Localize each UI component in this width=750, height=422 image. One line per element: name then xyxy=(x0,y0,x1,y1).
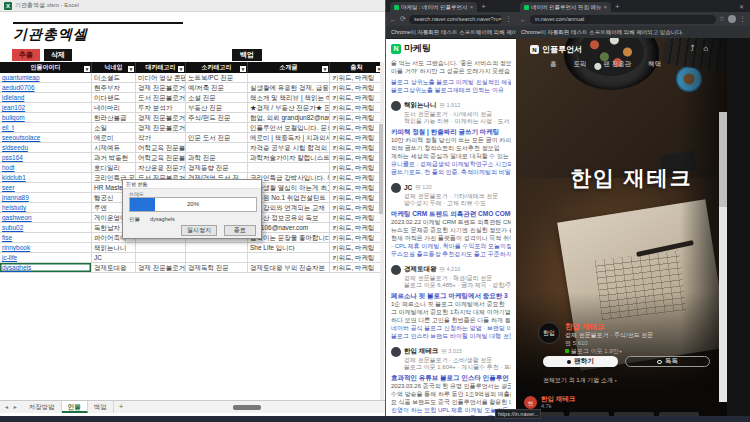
cell-source[interactable]: 키워드, 마케팅 xyxy=(330,233,384,243)
result-profile-row[interactable]: JC 팬 120 xyxy=(391,182,511,193)
intro-link[interactable]: 블로그상위노출 블로그재테크 안되는 이유 xyxy=(391,86,511,94)
result-sub-link[interactable]: 블로그 인스타 브랜드 바이럴 마케팅 대행 전문 xyxy=(391,332,511,340)
tab-close-icon[interactable]: × xyxy=(470,4,474,10)
cell-source[interactable]: 키워드, 마케팅 xyxy=(330,113,384,123)
cell-nickname[interactable]: 이다랜드 xyxy=(92,93,136,103)
cell-person-id[interactable]: subu02 xyxy=(0,223,92,233)
naver-logo-icon[interactable]: N xyxy=(391,44,401,54)
pause-button[interactable]: 일시정지 xyxy=(181,225,217,236)
filter-dropdown-icon[interactable]: ▾ xyxy=(84,66,90,72)
cell-category-major[interactable]: 작가 xyxy=(136,133,186,143)
result-headline-link[interactable]: 효과적인 유튜브 블로그 인스타 인플루언 xyxy=(391,373,511,382)
address-bar[interactable]: search.naver.com/search.naver?ru=... xyxy=(409,15,502,24)
result-sub-link[interactable]: 진영이 하는 보험 UPL 제휴 마케팅 오늘지들 하 xyxy=(391,406,511,414)
cell-intro[interactable]: She Life 입니다 xyxy=(248,243,330,253)
filter-dropdown-icon[interactable]: ▾ xyxy=(128,66,134,72)
cell-intro[interactable] xyxy=(248,253,330,263)
cell-category-major[interactable]: 미디어 영상 콘텐츠 xyxy=(136,73,186,83)
cell-intro[interactable]: 실생활에 유용한 경제, 금융지식을 쉽 xyxy=(248,83,330,93)
excel-titlebar[interactable]: X 기관총엑셀.xlsm - Excel xyxy=(0,0,385,12)
cell-category-major[interactable]: 경제 전문블로거 xyxy=(136,263,186,273)
cell-nickname[interactable]: 시제예듀 xyxy=(92,143,136,153)
cell-category-major[interactable]: 어학교육 전문블로 xyxy=(136,153,186,163)
fan-button[interactable]: 팬하기 xyxy=(543,356,618,367)
cell-source[interactable]: 키워드, 마케팅 xyxy=(330,173,384,183)
profile-name[interactable]: 한입 재테크 xyxy=(404,347,438,356)
cell-person-id[interactable]: bullgom xyxy=(0,113,92,123)
menu-icon[interactable]: ⋮ xyxy=(505,15,512,23)
backup-button[interactable]: 백업 xyxy=(232,49,262,61)
cell-category-major[interactable] xyxy=(136,253,186,263)
cell-category-minor[interactable]: 예/저축 전문 xyxy=(186,83,248,93)
cell-intro[interactable] xyxy=(248,73,330,83)
cell-nickname[interactable]: 호디일리 xyxy=(92,163,136,173)
cell-category-major[interactable]: 경제 전문블로거 xyxy=(136,83,186,93)
cell-intro[interactable]: 인플루언서 보컬입니다. 문의 #S_n@ xyxy=(248,123,330,133)
cell-source[interactable]: 키워드, 마케팅 xyxy=(330,123,384,133)
cell-category-minor[interactable]: 부동산 전문 xyxy=(186,103,248,113)
column-header[interactable]: 소개글 ▾ xyxy=(248,62,330,73)
cell-source[interactable]: 키워드, 마케팅 xyxy=(330,133,384,143)
cell-person-id[interactable]: helstudy xyxy=(0,203,92,213)
cell-person-id[interactable]: jean102 xyxy=(0,103,92,113)
column-header[interactable]: 출처 ▾ xyxy=(330,62,384,73)
bookmark-star-icon[interactable]: ☆ xyxy=(719,15,725,23)
cell-source[interactable]: 키워드, 마케팅 xyxy=(330,163,384,173)
nav-item[interactable]: 홈 xyxy=(550,60,557,69)
cell-intro[interactable]: 에로미 | 책중독자 | 치과의사 | 작 xyxy=(248,133,330,143)
nav-item[interactable]: 팬 전용관 xyxy=(604,60,632,69)
filter-dropdown-icon[interactable]: ▾ xyxy=(178,66,184,72)
influencer-brand[interactable]: N 인플루언서 xyxy=(530,44,582,55)
intro-link[interactable]: 블로그 상위노출 블로그 마케팅 진실적인 해결 xyxy=(391,78,511,86)
result-profile-row[interactable]: 경제토대왕 팬 4,210 xyxy=(391,264,511,275)
result-sub-link[interactable]: - CPL 제휴 마케팅, 확마를 수익포와 모놀이집 관 xyxy=(391,242,511,250)
cell-person-id[interactable]: dysaghels xyxy=(0,263,92,273)
browser-tab-marketing[interactable]: 마케팅 : 네이버 인플루언서 × xyxy=(390,2,477,12)
cell-source[interactable]: 키워드, 마케팅 xyxy=(330,83,384,93)
browser-profile-avatar[interactable] xyxy=(728,15,736,23)
cell-category-major[interactable]: 도서 전문블로거 xyxy=(136,93,186,103)
cell-nickname[interactable]: 현주부자 xyxy=(92,83,136,93)
cell-nickname[interactable]: 책읽는나니 xyxy=(92,243,136,253)
influencer-avatar[interactable]: 한입 xyxy=(538,322,560,344)
cell-source[interactable]: 키워드, 마케팅 xyxy=(330,183,384,193)
window-close-icon[interactable]: ✕ xyxy=(739,3,750,12)
back-icon[interactable]: ← xyxy=(390,16,397,23)
nav-item[interactable]: 혜택 xyxy=(648,60,661,69)
cell-nickname[interactable]: 네이마리 xyxy=(92,103,136,113)
cell-category-major[interactable]: 경제 전문블로거 xyxy=(136,123,186,133)
profile-name[interactable]: 책읽는나니 xyxy=(404,101,437,110)
cell-category-minor[interactable]: 소설 전문 xyxy=(186,93,248,103)
cell-source[interactable]: 키워드, 마케팅 xyxy=(330,263,384,273)
cell-source[interactable]: 키워드, 마케팅 xyxy=(330,73,384,83)
horizontal-scrollbar-thumb[interactable] xyxy=(233,405,261,410)
sheet-tab-person[interactable]: 인물 xyxy=(62,401,88,413)
cell-person-id[interactable]: eil_t xyxy=(0,123,92,133)
cell-intro[interactable]: 책소개 및 책리뷰 | 책읽는 여자 | xyxy=(248,93,330,103)
result-sub-link[interactable]: 글쓰기로드, 천 줄의 인증, 축적마케팅의 비밀, 그 xyxy=(391,168,511,176)
stop-button[interactable]: 종료 xyxy=(224,225,256,236)
talk-button[interactable]: 톡톡 xyxy=(625,356,710,367)
filter-dropdown-icon[interactable]: ▾ xyxy=(240,66,246,72)
sheet-nav-arrows[interactable]: ◂ ▸ xyxy=(0,401,23,413)
cell-source[interactable]: 키워드, 마케팅 xyxy=(330,93,384,103)
page-scrollbar[interactable] xyxy=(719,112,727,402)
result-headline-link[interactable]: 카피책 정철 | 한줄짜리 글쓰기 마케팅 xyxy=(391,127,511,136)
cell-source[interactable]: 키워드, 마케팅 xyxy=(330,193,384,203)
tab-close-icon[interactable]: × xyxy=(604,4,608,10)
home-icon[interactable]: ⌂ xyxy=(703,44,708,53)
cell-person-id[interactable]: gashweon xyxy=(0,213,92,223)
page-scrollbar-thumb[interactable] xyxy=(719,112,727,207)
cell-category-minor[interactable] xyxy=(186,123,248,133)
cell-person-id[interactable]: jnanna89 xyxy=(0,193,92,203)
cell-category-major[interactable]: 투자 분석가 xyxy=(136,103,186,113)
extract-button[interactable]: 추출 xyxy=(12,49,40,61)
column-header[interactable]: 소카테고리 ▾ xyxy=(186,62,248,73)
profile-name[interactable]: 경제토대왕 xyxy=(404,265,437,274)
column-header[interactable]: 대카테고리 ▾ xyxy=(136,62,186,73)
browser-tab-influencer[interactable]: 네이버 인플루언서 편집 메뉴 × xyxy=(520,2,611,12)
result-profile-row[interactable]: 한입 재테크 팬 3,015 xyxy=(391,346,511,357)
cell-category-minor[interactable] xyxy=(186,243,248,253)
vertical-scrollbar-thumb[interactable] xyxy=(379,124,383,214)
result-profile-row[interactable]: 책읽는나니 팬 1,912 xyxy=(391,100,511,111)
